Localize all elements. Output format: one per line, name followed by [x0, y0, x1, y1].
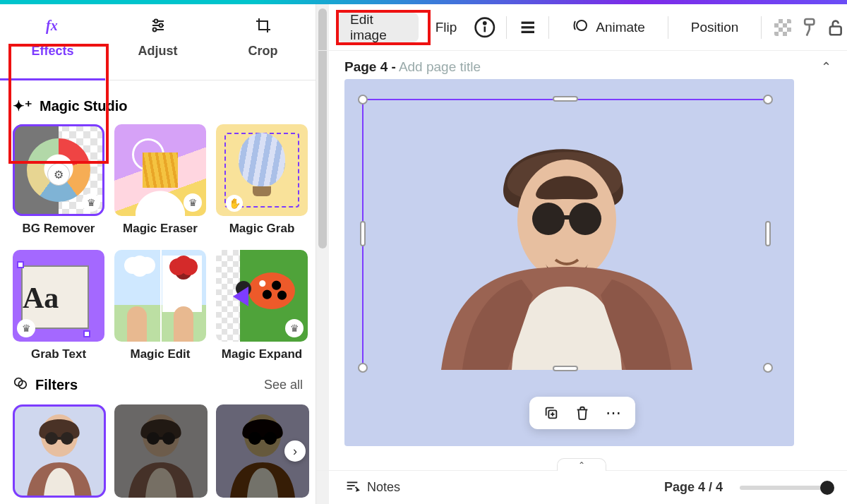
resize-edge-left[interactable]	[360, 221, 366, 246]
filters-icon	[13, 376, 28, 395]
resize-edge-top[interactable]	[553, 96, 578, 102]
sel-corner-icon	[83, 330, 90, 337]
selected-image[interactable]	[364, 100, 770, 370]
svg-point-21	[248, 432, 261, 445]
card-grab-text[interactable]: Aa ♛ Grab Text	[13, 250, 104, 361]
page-indicator: Page 4 / 4	[664, 480, 723, 495]
duplicate-button[interactable]	[542, 404, 560, 422]
rose-art	[162, 256, 202, 312]
design-page[interactable]: ⋯	[344, 79, 794, 446]
thumb-magic-grab: ✋	[216, 124, 308, 216]
svg-point-12	[61, 432, 73, 445]
toolbar-separator	[506, 16, 507, 39]
flip-button[interactable]: Flip	[423, 13, 470, 42]
card-magic-grab[interactable]: ✋ Magic Grab	[216, 124, 308, 236]
zoom-knob[interactable]	[820, 481, 834, 495]
sel-corner-icon	[17, 261, 24, 268]
basket-art	[253, 186, 271, 196]
crown-icon: ♛	[285, 319, 304, 337]
tab-adjust-label: Adjust	[138, 44, 178, 58]
grab-hand-icon: ✋	[226, 195, 243, 212]
resize-handle-tl[interactable]	[358, 95, 368, 104]
image-context-toolbar: Edit image Flip Animate Position	[316, 4, 847, 51]
page-collapse-button[interactable]: ⌃	[821, 59, 831, 75]
more-options-button[interactable]: ⋯	[604, 404, 623, 422]
edit-image-label: Edit image	[350, 12, 406, 43]
resize-handle-tr[interactable]	[763, 95, 773, 104]
flip-label: Flip	[435, 20, 457, 35]
page-header: Page 4 - Add page title ⌃	[316, 51, 847, 79]
effects-tab-bar: fx Effects Adjust Crop	[0, 4, 316, 80]
magic-row-1: ⚙ ♛ BG Remover ♛ Magic Eraser	[13, 124, 303, 236]
list-spacing-icon[interactable]	[517, 15, 539, 40]
page-title-placeholder[interactable]: Add page title	[399, 59, 481, 75]
resize-edge-bottom[interactable]	[553, 366, 578, 371]
svg-rect-31	[805, 19, 814, 25]
resize-handle-br[interactable]	[763, 363, 773, 373]
image-selection-box[interactable]	[362, 99, 769, 368]
filters-next-button[interactable]: ›	[284, 440, 306, 462]
card-magic-eraser-label: Magic Eraser	[114, 222, 206, 236]
section-magic-studio-label: Magic Studio	[40, 98, 127, 114]
flower-art	[119, 256, 158, 312]
crown-icon: ♛	[184, 193, 202, 212]
tab-adjust[interactable]: Adjust	[105, 4, 210, 80]
svg-point-16	[147, 432, 160, 445]
thumb-magic-eraser: ♛	[114, 124, 206, 216]
thumb-magic-expand: ♛	[216, 250, 308, 342]
filters-see-all[interactable]: See all	[264, 378, 303, 392]
svg-text:fx: fx	[46, 18, 58, 34]
card-magic-edit[interactable]: Magic Edit	[114, 250, 206, 361]
crown-icon: ♛	[82, 193, 100, 212]
app-root: fx Effects Adjust Crop ✦⁺ Magic Studio	[0, 4, 847, 504]
svg-point-5	[159, 24, 162, 28]
thumb-magic-edit	[114, 250, 206, 342]
card-bg-remover[interactable]: ⚙ ♛ BG Remover	[13, 124, 104, 236]
animate-label: Animate	[596, 20, 645, 35]
edit-image-button[interactable]: Edit image	[337, 13, 419, 42]
svg-point-35	[532, 203, 565, 235]
filter-thumb-variant-1[interactable]	[114, 404, 208, 498]
card-magic-expand-label: Magic Expand	[216, 347, 308, 361]
filter-thumb-original[interactable]	[13, 404, 106, 498]
card-magic-eraser[interactable]: ♛ Magic Eraser	[114, 124, 206, 236]
effects-panel-body: ✦⁺ Magic Studio ⚙ ♛ BG Remover ♛	[0, 80, 316, 504]
notes-icon	[344, 478, 360, 497]
sparkle-icon: ✦⁺	[13, 97, 32, 114]
animate-button[interactable]: Animate	[559, 13, 658, 42]
hand-art	[127, 306, 147, 342]
zoom-slider[interactable]	[740, 486, 831, 490]
svg-point-30	[577, 20, 587, 30]
fx-icon: fx	[0, 17, 105, 38]
person-thumbnail	[13, 404, 106, 498]
tab-effects[interactable]: fx Effects	[0, 4, 105, 80]
position-button[interactable]: Position	[678, 13, 752, 42]
resize-edge-right[interactable]	[765, 221, 771, 246]
page-number-label: Page 4 -	[344, 59, 396, 75]
svg-point-36	[569, 203, 601, 235]
svg-rect-13	[56, 437, 62, 439]
card-grab-text-label: Grab Text	[13, 347, 104, 361]
resize-handle-bl[interactable]	[358, 363, 368, 373]
section-filters-label: Filters	[35, 377, 78, 393]
lock-icon[interactable]	[824, 15, 847, 40]
info-icon[interactable]	[474, 15, 496, 40]
delete-button[interactable]	[573, 404, 591, 422]
svg-point-11	[45, 432, 58, 445]
canvas-viewport[interactable]: ⋯	[316, 79, 847, 470]
style-copy-icon[interactable]	[798, 15, 821, 40]
crop-icon	[210, 17, 316, 38]
eraser-art	[136, 167, 185, 216]
footer-collapse-button[interactable]: ⌃	[557, 458, 606, 471]
toolbar-separator	[761, 16, 762, 39]
notes-button[interactable]: Notes	[344, 478, 400, 497]
tab-crop[interactable]: Crop	[210, 4, 316, 80]
transparency-icon[interactable]	[771, 15, 794, 40]
card-magic-expand[interactable]: ♛ Magic Expand	[216, 250, 308, 361]
svg-rect-18	[158, 437, 164, 439]
svg-point-17	[162, 432, 175, 445]
thumb-grab-text: Aa ♛	[13, 250, 104, 342]
animate-icon	[572, 17, 589, 37]
svg-rect-23	[260, 437, 265, 439]
svg-point-26	[484, 22, 486, 24]
